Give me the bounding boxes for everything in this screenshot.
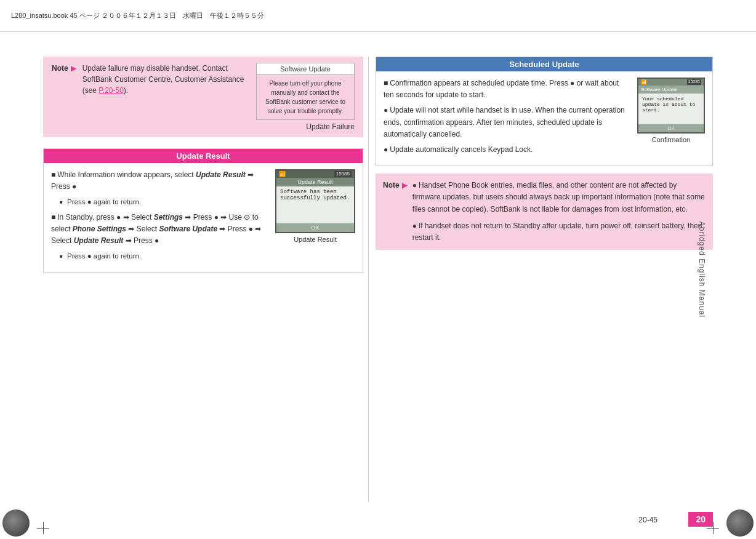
note-content-left: Software Update Please turn off your pho… xyxy=(82,63,355,131)
sw-update-body: Please turn off your phone manually and … xyxy=(257,75,354,119)
confirmation-phone: 📶 15085 Software Update Your scheduled u… xyxy=(637,78,705,159)
update-result-phone: 📶 15085 Update Result Software has been … xyxy=(275,169,355,266)
note-content-right: ●Handset Phone Book entries, media files… xyxy=(412,180,706,244)
confirm-title: Software Update xyxy=(638,86,704,94)
corner-decoration-bl xyxy=(2,509,30,537)
phone-statusbar: 📶 15085 xyxy=(276,170,354,178)
sw-update-label: Update Failure xyxy=(82,122,355,131)
scheduled-para1: ■Confirmation appears at scheduled updat… xyxy=(384,78,631,101)
update-result-para1: ■While Information window appears, selec… xyxy=(51,169,268,193)
note-section-left: Note ▶ Software Update Please turn off y… xyxy=(43,57,363,137)
scheduled-para3: ●Update automatically cancels Keypad Loc… xyxy=(384,144,631,156)
note-section-right: Note ▶ ●Handset Phone Book entries, medi… xyxy=(376,174,713,250)
phone-title: Update Result xyxy=(276,178,354,186)
page-header-text: L280_insatsu.book 45 ページ ２００６年１２月１３日 水曜日… xyxy=(11,11,264,20)
corner-decoration-br xyxy=(726,509,754,537)
scheduled-text: ■Confirmation appears at scheduled updat… xyxy=(384,78,631,159)
left-column: Note ▶ Software Update Please turn off y… xyxy=(43,57,363,280)
sw-update-title: Software Update xyxy=(257,63,354,75)
note-right-para2: ●If handset does not return to Standby a… xyxy=(412,220,706,244)
vertical-label: Abridged English Manual xyxy=(698,222,706,317)
update-result-sub2: Press ● again to return. xyxy=(51,250,268,262)
page-code: 20-45 xyxy=(638,516,657,524)
update-result-sub1: Press ● again to return. xyxy=(51,196,268,207)
cross-mark-3 xyxy=(37,522,49,534)
confirm-statusbar: 📶 15085 xyxy=(638,79,704,86)
note-arrow-right: ▶ xyxy=(402,181,408,190)
scheduled-header: Scheduled Update xyxy=(376,57,712,71)
phone-body: Software has been successfully updated. xyxy=(276,186,354,223)
update-result-content: ■While Information window appears, selec… xyxy=(44,163,363,272)
confirm-label: Confirmation xyxy=(637,136,705,143)
confirm-ok: OK xyxy=(638,124,704,132)
update-result-text: ■While Information window appears, selec… xyxy=(51,169,268,266)
main-content: Note ▶ Software Update Please turn off y… xyxy=(43,32,713,502)
right-column: Scheduled Update ■Confirmation appears a… xyxy=(376,57,713,250)
update-result-section: Update Result ■While Information window … xyxy=(43,148,363,273)
update-result-header: Update Result xyxy=(44,149,363,163)
phone-screen: 📶 15085 Update Result Software has been … xyxy=(275,169,355,233)
note-label-right: Note xyxy=(383,181,400,190)
scheduled-content: ■Confirmation appears at scheduled updat… xyxy=(376,71,712,166)
note-right-para1: ●Handset Phone Book entries, media files… xyxy=(412,180,706,215)
note-label-left: Note xyxy=(52,64,68,73)
pink-link: P.20-50 xyxy=(99,86,123,95)
phone-ok: OK xyxy=(276,223,354,232)
sw-update-box: Software Update Please turn off your pho… xyxy=(256,63,355,120)
scheduled-section: Scheduled Update ■Confirmation appears a… xyxy=(376,57,713,166)
update-result-para2: ■In Standby, press ● ➡ Select Settings ➡… xyxy=(51,212,268,247)
confirm-screen: 📶 15085 Software Update Your scheduled u… xyxy=(637,78,705,134)
column-divider xyxy=(368,57,369,502)
page-header: L280_insatsu.book 45 ページ ２００６年１２月１３日 水曜日… xyxy=(0,0,756,32)
phone-label: Update Result xyxy=(275,236,355,243)
note-arrow-left: ▶ xyxy=(71,64,76,73)
page-number: 20 xyxy=(688,512,713,527)
confirm-body: Your scheduled update is about to start. xyxy=(638,94,704,124)
scheduled-para2: ●Update will not start while handset is … xyxy=(384,105,631,140)
